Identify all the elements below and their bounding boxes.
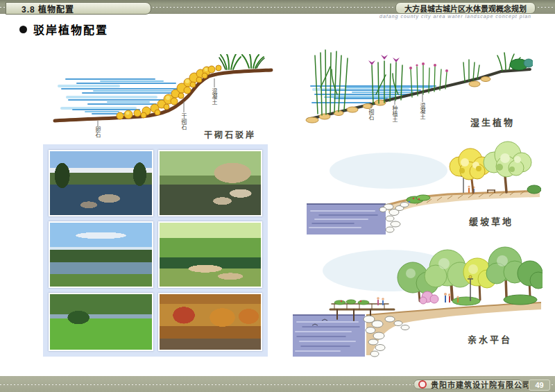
bullet-icon	[19, 26, 27, 33]
reference-photo-panel	[43, 144, 268, 357]
label-pebble: 卵石	[94, 126, 100, 137]
page-number: 49	[535, 381, 543, 389]
photo-garden-pond	[158, 221, 263, 288]
label-planting-soil: 种植土	[391, 105, 397, 122]
header-bar: 3.8 植物配置 大方县城古城片区水体景观概念规划	[0, 0, 555, 14]
page-number-box: 49	[529, 380, 550, 391]
photo-forest-lake	[49, 221, 153, 288]
company-name: 贵阳市建筑设计院有限公司	[431, 379, 531, 390]
section-label: 3.8 植物配置	[6, 3, 74, 15]
project-title-box: 大方县城古城片区水体景观概念规划	[395, 2, 536, 14]
label-concrete-2: 混凝土	[419, 103, 425, 119]
label-dry-stone: 干砌石	[180, 113, 186, 130]
photo-mountain-lake	[49, 150, 153, 216]
project-subtitle: dafang county city area water landscape …	[379, 14, 531, 19]
photo-autumn-forest	[158, 293, 263, 351]
project-title: 大方县城古城片区水体景观概念规划	[404, 3, 527, 14]
company-logo-icon	[418, 380, 427, 389]
slide-page: 3.8 植物配置 大方县城古城片区水体景观概念规划 dafang county …	[0, 0, 555, 392]
photo-pavilion-pond	[158, 150, 263, 216]
label-masonry: 砌石	[368, 109, 373, 120]
section-tab: 3.8 植物配置	[6, 2, 151, 15]
company-box: 贵阳市建筑设计院有限公司	[413, 380, 523, 389]
page-title-text: 驳岸植物配置	[33, 21, 108, 37]
page-title: 驳岸植物配置	[19, 21, 108, 37]
platform-caption: 亲水平台	[468, 332, 512, 346]
revetment-caption: 干砌石驳岸	[204, 128, 256, 140]
label-concrete: 混凝土	[211, 88, 216, 105]
photo-park-lawn	[49, 293, 153, 351]
slope-caption: 缓坡草地	[469, 214, 513, 228]
platform-section-drawing	[291, 241, 543, 365]
wetland-caption: 湿生植物	[470, 115, 515, 128]
